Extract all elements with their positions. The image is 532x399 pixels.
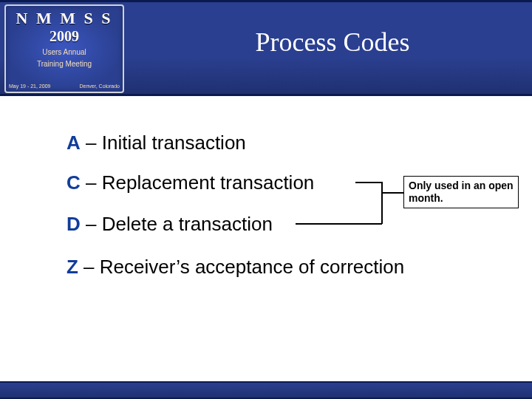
item-c: C – Replacement transaction (66, 171, 314, 194)
text-c: Replacement transaction (102, 171, 315, 194)
logo-date: May 19 - 21, 2009 (9, 83, 50, 89)
header-top-border (0, 0, 532, 2)
logo-panel: N M M S S 2009 Users Annual Training Mee… (4, 4, 124, 93)
logo-sub1: Users Annual (6, 48, 123, 57)
sep-c: – (81, 171, 102, 194)
header-bottom-border (0, 94, 532, 96)
logo-footer: May 19 - 21, 2009 Denver, Colorado (6, 83, 123, 89)
logo-place: Denver, Colorado (80, 83, 120, 89)
text-z: Receiver’s acceptance of correction (100, 256, 404, 278)
connector-line (382, 192, 403, 194)
item-z: Z – Receiver’s acceptance of correction (66, 256, 404, 279)
connector-line (381, 182, 383, 224)
sep-a: – (81, 132, 102, 154)
slide-title: Process Codes (148, 27, 517, 58)
logo-year: 2009 (6, 28, 123, 45)
text-a: Initial transaction (102, 132, 246, 154)
connector-line (355, 182, 382, 183)
text-d: Delete a transaction (102, 213, 273, 235)
sep-d: – (81, 213, 102, 235)
item-a: A – Initial transaction (66, 132, 246, 154)
logo-acronym: N M M S S (6, 9, 123, 28)
callout-box: Only used in an open month. (403, 176, 519, 208)
code-a: A (66, 132, 81, 154)
sep-z: – (78, 256, 100, 278)
code-z: Z (66, 256, 78, 278)
logo-sub2: Training Meeting (6, 60, 123, 69)
code-d: D (66, 213, 81, 235)
slide: N M M S S 2009 Users Annual Training Mee… (0, 0, 532, 399)
footer-band (0, 383, 532, 399)
connector-line (296, 223, 382, 225)
code-c: C (66, 171, 81, 194)
callout-text: Only used in an open month. (409, 180, 514, 204)
item-d: D – Delete a transaction (66, 213, 273, 236)
